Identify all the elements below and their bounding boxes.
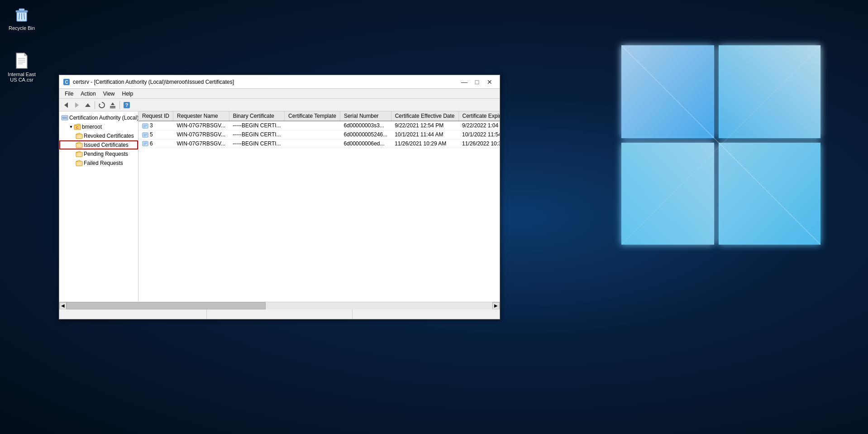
recycle-bin-label: Recycle Bin xyxy=(9,25,35,31)
hscroll-right-button[interactable]: ▶ xyxy=(492,302,500,309)
recycle-bin-icon[interactable]: Recycle Bin xyxy=(4,4,40,33)
row-cert-icon xyxy=(142,122,150,129)
svg-text:?: ? xyxy=(125,102,129,108)
back-button[interactable] xyxy=(61,100,71,110)
titlebar-icon: C xyxy=(63,78,70,86)
revoked-label: Revoked Certificates xyxy=(84,133,134,139)
up-button[interactable] xyxy=(83,100,93,110)
bmeroot-label: bmeroot xyxy=(82,124,102,130)
horizontal-scrollbar[interactable]: ◀ ▶ xyxy=(59,302,500,309)
close-button[interactable]: ✕ xyxy=(483,77,496,87)
col-serial-number[interactable]: Serial Number xyxy=(340,111,391,121)
status-pane-2 xyxy=(207,309,353,319)
bmeroot-expand[interactable]: ▼ xyxy=(68,124,74,130)
menu-file[interactable]: File xyxy=(61,90,77,98)
svg-rect-31 xyxy=(76,143,82,148)
tree-item-revoked[interactable]: Revoked Certificates xyxy=(59,131,138,140)
refresh-button[interactable] xyxy=(97,100,107,110)
export-button[interactable] xyxy=(108,100,118,110)
help-button[interactable]: ? xyxy=(122,100,132,110)
cell-serial-number: 6d00000005246... xyxy=(340,130,391,139)
menu-view[interactable]: View xyxy=(100,90,119,98)
ca-csr-icon[interactable]: Internal East US CA.csr xyxy=(4,50,40,84)
hscroll-track[interactable] xyxy=(67,302,492,309)
svg-rect-19 xyxy=(110,107,115,108)
forward-button[interactable] xyxy=(72,100,82,110)
list-panel: Request ID Requester Name Binary Certifi… xyxy=(138,111,500,302)
cell-cert-expiration-date: 10/1/2022 11:54 AM xyxy=(458,130,500,139)
table-row[interactable]: 3WIN-07G7RBSGV...-----BEGIN CERTI...6d00… xyxy=(138,121,500,130)
menu-help[interactable]: Help xyxy=(119,90,137,98)
table-header-row: Request ID Requester Name Binary Certifi… xyxy=(138,111,500,121)
cell-cert-effective-date: 10/1/2021 11:44 AM xyxy=(391,130,458,139)
col-request-id[interactable]: Request ID xyxy=(138,111,173,121)
col-cert-expiration-date[interactable]: Certificate Expiration Date xyxy=(458,111,500,121)
ca-csr-label: Internal East US CA.csr xyxy=(8,72,36,82)
col-cert-effective-date[interactable]: Certificate Effective Date xyxy=(391,111,458,121)
menu-action[interactable]: Action xyxy=(77,90,99,98)
svg-rect-27 xyxy=(62,118,67,119)
table-body: 3WIN-07G7RBSGV...-----BEGIN CERTI...6d00… xyxy=(138,121,500,148)
svg-rect-30 xyxy=(76,134,82,139)
cell-cert-effective-date: 11/26/2021 10:29 AM xyxy=(391,139,458,148)
certsrv-window: C certsrv - [Certification Authority (Lo… xyxy=(59,75,500,319)
tree-item-pending[interactable]: Pending Requests xyxy=(59,149,138,159)
hscroll-thumb[interactable] xyxy=(67,302,266,309)
row-cert-icon xyxy=(142,131,150,138)
svg-rect-26 xyxy=(66,117,67,118)
svg-text:C: C xyxy=(76,125,79,130)
statusbar xyxy=(59,309,500,319)
cell-request-id: 6 xyxy=(138,139,173,148)
col-binary-certificate[interactable]: Binary Certificate xyxy=(229,111,284,121)
cert-authority-label: Certification Authority (Local) xyxy=(69,115,138,121)
cell-requester-name: WIN-07G7RBSGV... xyxy=(173,139,229,148)
svg-rect-24 xyxy=(62,117,64,118)
svg-marker-20 xyxy=(111,102,114,105)
svg-text:C: C xyxy=(65,80,68,85)
cell-binary-certificate: -----BEGIN CERTI... xyxy=(229,130,284,139)
cell-binary-certificate: -----BEGIN CERTI... xyxy=(229,121,284,130)
cell-requester-name: WIN-07G7RBSGV... xyxy=(173,130,229,139)
svg-rect-32 xyxy=(76,152,82,157)
table-row[interactable]: 5WIN-07G7RBSGV...-----BEGIN CERTI...6d00… xyxy=(138,130,500,139)
cell-cert-expiration-date: 11/26/2022 10:39 AM xyxy=(458,139,500,148)
toolbar-separator-1 xyxy=(95,101,95,109)
col-requester-name[interactable]: Requester Name xyxy=(173,111,229,121)
menubar: File Action View Help xyxy=(59,89,500,99)
cell-certificate-template xyxy=(285,121,340,130)
toolbar: ? xyxy=(59,99,500,111)
tree-panel: Certification Authority (Local) ▼ C bmer… xyxy=(59,111,138,302)
hscroll-left-button[interactable]: ◀ xyxy=(59,302,67,309)
maximize-button[interactable]: □ xyxy=(471,77,483,87)
cell-request-id: 3 xyxy=(138,121,173,130)
cell-serial-number: 6d00000003s3... xyxy=(340,121,391,130)
minimize-button[interactable]: — xyxy=(458,77,471,87)
cell-cert-expiration-date: 9/22/2022 1:04 PM xyxy=(458,121,500,130)
svg-line-5 xyxy=(19,13,19,19)
svg-rect-18 xyxy=(110,106,115,107)
issued-label: Issued Certificates xyxy=(84,142,129,148)
svg-marker-14 xyxy=(64,102,68,108)
tree-item-failed[interactable]: Failed Requests xyxy=(59,159,138,168)
tree-item-cert-authority[interactable]: Certification Authority (Local) xyxy=(59,113,138,122)
col-certificate-template[interactable]: Certificate Template xyxy=(285,111,340,121)
main-content: Certification Authority (Local) ▼ C bmer… xyxy=(59,111,500,302)
certificates-table: Request ID Requester Name Binary Certifi… xyxy=(138,111,500,148)
pending-label: Pending Requests xyxy=(84,151,128,157)
window-controls: — □ ✕ xyxy=(458,77,496,87)
svg-marker-15 xyxy=(75,102,79,108)
cell-binary-certificate: -----BEGIN CERTI... xyxy=(229,139,284,148)
cell-serial-number: 6d00000006ed... xyxy=(340,139,391,148)
svg-rect-33 xyxy=(76,161,82,166)
svg-line-7 xyxy=(24,13,24,19)
row-cert-icon xyxy=(142,140,150,147)
titlebar: C certsrv - [Certification Authority (Lo… xyxy=(59,75,500,89)
failed-label: Failed Requests xyxy=(84,160,123,166)
tree-item-bmeroot[interactable]: ▼ C bmeroot xyxy=(59,122,138,131)
table-row[interactable]: 6WIN-07G7RBSGV...-----BEGIN CERTI...6d00… xyxy=(138,139,500,148)
status-pane-3 xyxy=(353,309,498,319)
svg-rect-25 xyxy=(64,117,66,118)
ca-csr-image xyxy=(13,52,31,70)
toolbar-separator-2 xyxy=(119,101,120,109)
tree-item-issued[interactable]: Issued Certificates xyxy=(59,140,138,149)
